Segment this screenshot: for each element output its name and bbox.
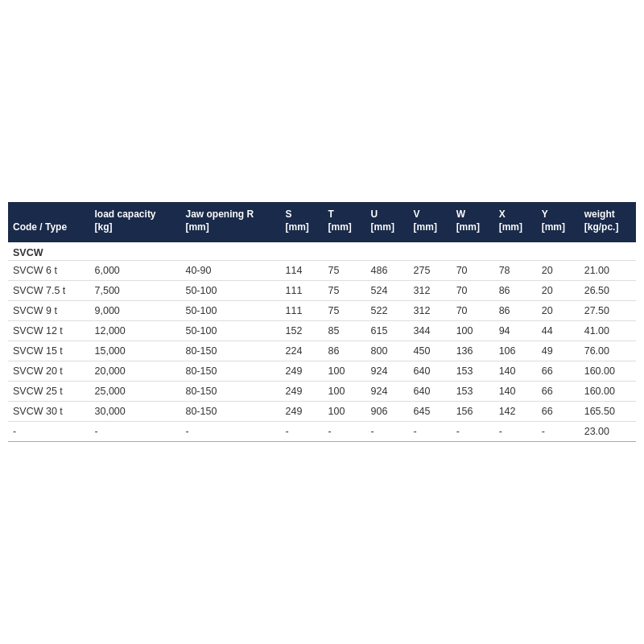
load-cell: 15,000 (90, 341, 181, 361)
v-cell: - (409, 421, 452, 441)
weight-cell: 26.50 (580, 280, 636, 300)
v-cell: 312 (409, 280, 452, 300)
y-cell: 66 (537, 401, 580, 421)
page-container: Code / Type load capacity[kg] Jaw openin… (0, 0, 644, 644)
s-cell: 249 (281, 381, 324, 401)
w-cell: 70 (452, 280, 494, 300)
u-cell: - (366, 421, 409, 441)
t-cell: 75 (324, 300, 366, 320)
weight-cell: 76.00 (580, 341, 636, 361)
u-cell: 924 (366, 361, 409, 381)
t-cell: - (324, 421, 366, 441)
u-cell: 906 (366, 401, 409, 421)
t-cell: 86 (324, 341, 366, 361)
code-cell: SVCW 20 t (8, 361, 90, 381)
s-cell: 111 (281, 280, 324, 300)
load-cell: 7,500 (90, 280, 181, 300)
data-table: Code / Type load capacity[kg] Jaw openin… (8, 202, 636, 441)
header-x: X[mm] (494, 202, 537, 241)
u-cell: 800 (366, 341, 409, 361)
weight-cell: 21.00 (580, 260, 636, 280)
code-cell: - (8, 421, 90, 441)
t-cell: 100 (324, 381, 366, 401)
code-cell: SVCW 15 t (8, 341, 90, 361)
v-cell: 640 (409, 381, 452, 401)
load-cell: 20,000 (90, 361, 181, 381)
group-label-cell: SVCW (8, 242, 636, 261)
u-cell: 924 (366, 381, 409, 401)
table-row: SVCW 6 t6,00040-901147548627570782021.00 (8, 260, 636, 280)
x-cell: 140 (494, 381, 537, 401)
weight-cell: 160.00 (580, 381, 636, 401)
t-cell: 100 (324, 361, 366, 381)
w-cell: 70 (452, 260, 494, 280)
code-cell: SVCW 6 t (8, 260, 90, 280)
jaw-cell: 80-150 (180, 361, 280, 381)
table-header-row: Code / Type load capacity[kg] Jaw openin… (8, 202, 636, 241)
w-cell: 156 (452, 401, 494, 421)
jaw-cell: 50-100 (180, 300, 280, 320)
code-cell: SVCW 9 t (8, 300, 90, 320)
v-cell: 275 (409, 260, 452, 280)
x-cell: 86 (494, 280, 537, 300)
t-cell: 75 (324, 280, 366, 300)
jaw-cell: 80-150 (180, 341, 280, 361)
v-cell: 645 (409, 401, 452, 421)
u-cell: 524 (366, 280, 409, 300)
code-cell: SVCW 25 t (8, 381, 90, 401)
v-cell: 344 (409, 320, 452, 341)
jaw-cell: 80-150 (180, 401, 280, 421)
y-cell: 66 (537, 381, 580, 401)
load-cell: - (90, 421, 181, 441)
table-row: SVCW 9 t9,00050-1001117552231270862027.5… (8, 300, 636, 320)
u-cell: 522 (366, 300, 409, 320)
group-label-row: SVCW (8, 242, 636, 261)
w-cell: 70 (452, 300, 494, 320)
load-cell: 12,000 (90, 320, 181, 341)
s-cell: 114 (281, 260, 324, 280)
x-cell: 140 (494, 361, 537, 381)
u-cell: 615 (366, 320, 409, 341)
header-y: Y[mm] (537, 202, 580, 241)
v-cell: 450 (409, 341, 452, 361)
x-cell: 106 (494, 341, 537, 361)
header-load-capacity: load capacity[kg] (90, 202, 181, 241)
load-cell: 9,000 (90, 300, 181, 320)
load-cell: 30,000 (90, 401, 181, 421)
header-jaw-opening: Jaw opening R[mm] (180, 202, 280, 241)
x-cell: 78 (494, 260, 537, 280)
table-wrapper: Code / Type load capacity[kg] Jaw openin… (8, 202, 636, 441)
jaw-cell: 80-150 (180, 381, 280, 401)
header-u: U[mm] (366, 202, 409, 241)
load-cell: 25,000 (90, 381, 181, 401)
u-cell: 486 (366, 260, 409, 280)
header-t: T[mm] (324, 202, 366, 241)
y-cell: 20 (537, 280, 580, 300)
s-cell: 249 (281, 361, 324, 381)
table-row: SVCW 7.5 t7,50050-1001117552431270862026… (8, 280, 636, 300)
weight-cell: 165.50 (580, 401, 636, 421)
table-row: SVCW 20 t20,00080-1502491009246401531406… (8, 361, 636, 381)
v-cell: 312 (409, 300, 452, 320)
jaw-cell: 50-100 (180, 280, 280, 300)
y-cell: 44 (537, 320, 580, 341)
weight-cell: 160.00 (580, 361, 636, 381)
y-cell: - (537, 421, 580, 441)
t-cell: 100 (324, 401, 366, 421)
table-row: SVCW 15 t15,00080-1502248680045013610649… (8, 341, 636, 361)
header-w: W[mm] (452, 202, 494, 241)
w-cell: 136 (452, 341, 494, 361)
weight-cell: 23.00 (580, 421, 636, 441)
header-v: V[mm] (409, 202, 452, 241)
t-cell: 85 (324, 320, 366, 341)
code-cell: SVCW 30 t (8, 401, 90, 421)
w-cell: 153 (452, 361, 494, 381)
jaw-cell: 40-90 (180, 260, 280, 280)
x-cell: - (494, 421, 537, 441)
code-cell: SVCW 7.5 t (8, 280, 90, 300)
s-cell: 224 (281, 341, 324, 361)
table-row: SVCW 12 t12,00050-1001528561534410094444… (8, 320, 636, 341)
table-row: SVCW 25 t25,00080-1502491009246401531406… (8, 381, 636, 401)
y-cell: 20 (537, 300, 580, 320)
header-s: S[mm] (281, 202, 324, 241)
